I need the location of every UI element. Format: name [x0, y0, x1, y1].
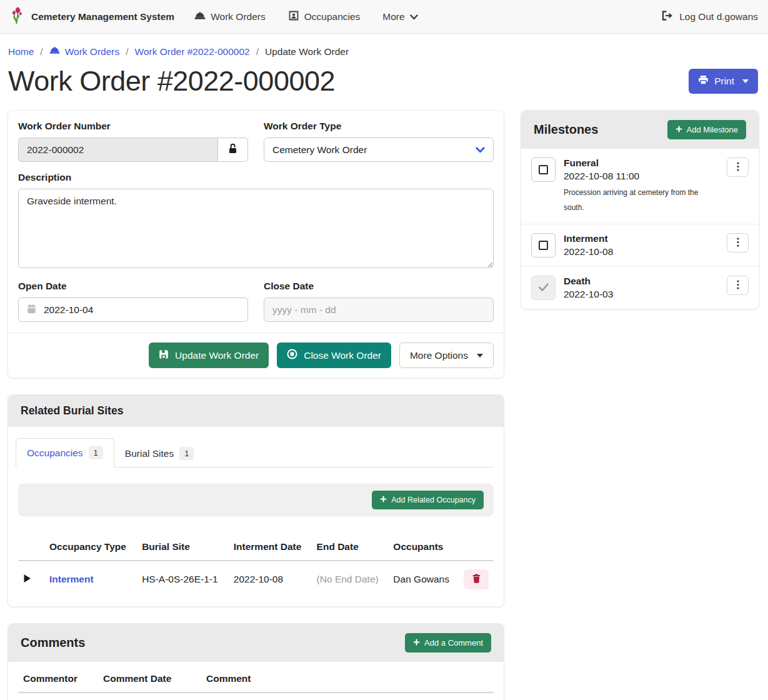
comment-date-value: 2022-10-07 10:08: [98, 692, 201, 700]
milestone-checkbox-checked[interactable]: [531, 276, 556, 300]
occupancy-link[interactable]: Interment: [49, 574, 94, 584]
app-title: Cemetery Management System: [31, 11, 174, 22]
comments-table: Commentor Comment Date Comment d.gowans …: [18, 666, 494, 700]
nav-more-label: More: [382, 11, 404, 22]
related-tabs: Occupancies 1 Burial Sites 1: [16, 438, 494, 468]
milestones-title: Milestones: [534, 122, 598, 137]
burial-site-value: HS-A-0S-26E-1-1: [137, 561, 229, 598]
delete-occupancy-button[interactable]: [464, 569, 489, 589]
work-order-type-field: Work Order Type Cemetery Work Order: [264, 121, 494, 162]
lock-toggle-button[interactable]: [217, 138, 248, 162]
print-button[interactable]: Print: [689, 69, 758, 94]
kebab-icon: [737, 162, 739, 173]
table-row: Interment HS-A-0S-26E-1-1 2022-10-08 (No…: [18, 561, 494, 598]
plus-icon: [413, 638, 420, 648]
chevron-down-icon: [477, 354, 483, 358]
milestone-description: Procession arriving at cemetery from the…: [564, 185, 704, 215]
open-date-input[interactable]: 2022-10-04: [18, 298, 248, 322]
add-related-occupancy-button[interactable]: Add Related Occupancy: [372, 491, 484, 509]
description-textarea[interactable]: Graveside interment.: [18, 189, 494, 268]
form-footer: Update Work Order Close Work Order More …: [8, 332, 504, 378]
main-column: Work Order Number 2022-000002: [7, 110, 504, 700]
printer-icon: [698, 75, 709, 88]
nav-links: Work Orders Occupancies M: [194, 10, 418, 24]
tab-burial-sites[interactable]: Burial Sites 1: [114, 439, 205, 468]
open-date-label: Open Date: [18, 281, 248, 292]
breadcrumb-work-order-number[interactable]: Work Order #2022-000002: [135, 46, 250, 58]
comments-card: Comments Add a Comment Commentor Comment…: [7, 623, 504, 700]
chevron-down-icon: [410, 11, 418, 22]
more-options-button[interactable]: More Options: [399, 342, 494, 368]
plus-icon: [380, 496, 387, 504]
col-comment: Comment: [201, 666, 397, 692]
comments-title: Comments: [21, 636, 85, 650]
actions-column-header: [397, 666, 494, 692]
work-order-type-label: Work Order Type: [264, 121, 494, 132]
related-burial-sites-title: Related Burial Sites: [21, 404, 123, 418]
checkbox-empty-icon: [539, 241, 548, 250]
milestone-menu-button[interactable]: [727, 276, 749, 295]
logout-button[interactable]: Log Out d.gowans: [662, 11, 758, 23]
expand-row-icon[interactable]: [23, 574, 31, 585]
breadcrumb-work-orders[interactable]: Work Orders: [49, 46, 120, 58]
page-title: Work Order #2022-000002: [8, 65, 335, 98]
nav-work-orders[interactable]: Work Orders: [194, 11, 266, 23]
occupancies-count-badge: 1: [89, 446, 103, 459]
col-commentor: Commentor: [18, 666, 98, 692]
open-date-value: 2022-10-04: [44, 304, 93, 316]
work-order-type-select[interactable]: Cemetery Work Order: [264, 138, 494, 162]
open-date-field: Open Date 2022-10-04: [18, 281, 248, 322]
col-occupants: Occupants: [388, 534, 459, 561]
hard-hat-icon: [49, 46, 60, 58]
calendar-icon: [27, 304, 36, 316]
work-order-number-input[interactable]: 2022-000002: [18, 138, 217, 162]
col-end-date: End Date: [312, 534, 389, 561]
milestone-date: 2022-10-03: [564, 289, 719, 300]
col-comment-date: Comment Date: [98, 666, 201, 692]
nav-occupancies-label: Occupancies: [304, 11, 361, 22]
milestone-date: 2022-10-08 11:00: [564, 171, 719, 182]
trash-icon: [472, 574, 481, 585]
occupancy-toolbar: Add Related Occupancy: [18, 484, 494, 516]
check-icon: [538, 282, 549, 294]
work-order-number-label: Work Order Number: [18, 121, 248, 132]
add-milestone-button[interactable]: Add Milestone: [667, 120, 746, 139]
update-work-order-button[interactable]: Update Work Order: [149, 342, 269, 368]
milestone-item-interment: Interment 2022-10-08: [521, 224, 759, 267]
tab-occupancies[interactable]: Occupancies 1: [16, 438, 114, 468]
breadcrumb-home[interactable]: Home: [8, 46, 34, 58]
milestone-checkbox[interactable]: [531, 233, 556, 258]
add-comment-button[interactable]: Add a Comment: [405, 633, 491, 652]
print-label: Print: [714, 76, 734, 87]
close-date-label: Close Date: [264, 281, 494, 292]
burial-sites-count-badge: 1: [179, 447, 194, 460]
expand-column-header: [18, 534, 44, 561]
milestone-item-funeral: Funeral 2022-10-08 11:00 Procession arri…: [521, 149, 759, 224]
description-label: Description: [18, 172, 494, 183]
milestone-menu-button[interactable]: [727, 233, 749, 252]
top-navbar: Cemetery Management System Work Orders: [0, 0, 768, 34]
related-burial-sites-header: Related Burial Sites: [8, 395, 504, 427]
milestone-title: Funeral: [564, 158, 719, 169]
milestone-menu-button[interactable]: [727, 158, 749, 177]
lock-open-icon: [228, 143, 237, 156]
close-work-order-button[interactable]: Close Work Order: [277, 342, 391, 368]
app-brand[interactable]: Cemetery Management System: [10, 6, 174, 27]
milestone-title: Death: [564, 276, 719, 287]
hard-hat-icon: [194, 11, 206, 23]
nav-more[interactable]: More: [382, 11, 417, 22]
occupants-value: Dan Gowans: [388, 561, 459, 598]
checkbox-empty-icon: [539, 165, 548, 174]
nav-work-orders-label: Work Orders: [211, 11, 266, 22]
nav-occupancies[interactable]: Occupancies: [288, 10, 361, 24]
side-column: Milestones Add Milestone Funeral 2022-10…: [521, 110, 759, 326]
breadcrumb-separator: /: [40, 46, 42, 58]
close-date-field: Close Date: [264, 281, 494, 322]
close-date-input[interactable]: [264, 298, 494, 322]
milestone-checkbox[interactable]: [531, 158, 556, 182]
work-order-form-card: Work Order Number 2022-000002: [7, 110, 504, 378]
kebab-icon: [737, 280, 739, 291]
page-header: Work Order #2022-000002 Print: [0, 58, 768, 110]
col-occupancy-type: Occupancy Type: [44, 534, 137, 561]
commentor-value: d.gowans: [18, 692, 98, 700]
